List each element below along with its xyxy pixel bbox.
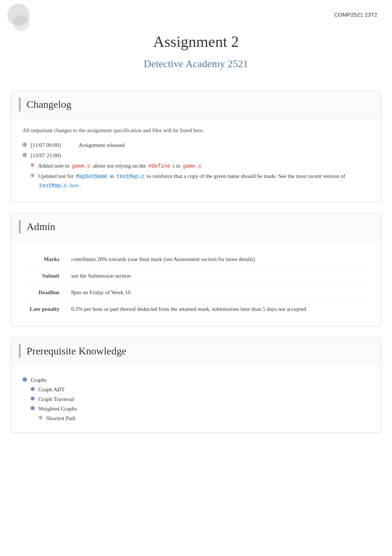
admin-value-marks: contributes 20% towards your final mark … — [67, 251, 369, 268]
admin-content: Marks contributes 20% towards your final… — [11, 241, 381, 326]
here-link[interactable]: here — [69, 182, 79, 188]
changelog-header: Changelog — [11, 91, 381, 119]
admin-value-submit: see the Submission section — [67, 267, 369, 284]
prereq-section: Prerequisite Knowledge Graphs Graph ADT … — [11, 337, 381, 433]
changelog-entry-1: [11/07 09:00] Assignment released — [23, 141, 369, 150]
changelog-content: All important changes to the assignment … — [11, 119, 381, 202]
admin-label-deadline: Deadline — [23, 284, 67, 301]
prereq-traversal: Graph Traversal — [31, 395, 369, 404]
changelog-subitem-2: Updated test for MapSetName in testMap.c… — [31, 172, 369, 190]
admin-label-submit: Submit — [23, 267, 67, 284]
admin-label-latepenalty: Late penalty — [23, 301, 67, 317]
admin-title: Admin — [27, 219, 55, 235]
changelog-intro: All important changes to the assignment … — [23, 126, 369, 135]
prereq-accent-bar — [19, 344, 21, 358]
prereq-bullet-graphs — [23, 377, 27, 382]
changelog-bullet-2 — [23, 153, 27, 157]
admin-row-marks: Marks contributes 20% towards your final… — [23, 251, 369, 268]
admin-header: Admin — [11, 213, 381, 241]
prereq-shortest: Shortest Path — [39, 414, 369, 423]
admin-row-deadline: Deadline 8pm on Friday of Week 10 — [23, 284, 369, 301]
changelog-desc-1: Assignment released — [79, 141, 125, 150]
admin-section: Admin Marks contributes 20% towards your… — [11, 213, 381, 326]
logo-area — [7, 4, 41, 33]
changelog-entry-2: [13/07 21:00] Added note to game.c about… — [23, 151, 369, 191]
changelog-section: Changelog All important changes to the a… — [11, 91, 381, 202]
changelog-subbullet-1 — [31, 163, 34, 167]
admin-value-deadline: 8pm on Friday of Week 10 — [67, 284, 369, 301]
code-gamec-1: game.c — [71, 163, 92, 169]
changelog-sublist: Added note to game.c about not relying o… — [31, 161, 369, 191]
changelog-subbullet-2 — [31, 174, 34, 177]
code-testmapc-1: testMap.c — [116, 174, 146, 179]
changelog-bullet-1 — [23, 143, 27, 147]
page: COMP2521 23T2 Assignment 2 Detective Aca… — [0, 0, 392, 556]
prereq-weighted: Weighted Graphs — [31, 404, 369, 413]
page-header: Assignment 2 Detective Academy 2521 — [0, 0, 392, 83]
admin-table: Marks contributes 20% towards your final… — [23, 251, 369, 317]
logo-circle-2 — [13, 15, 30, 31]
prereq-header: Prerequisite Knowledge — [11, 338, 381, 365]
prereq-label-weighted: Weighted Graphs — [38, 404, 77, 413]
page-subtitle: Detective Academy 2521 — [0, 56, 392, 72]
admin-accent-bar — [19, 220, 21, 234]
changelog-accent-bar — [19, 97, 21, 111]
code-define: #define — [147, 163, 171, 169]
admin-value-latepenalty: 0.2% per hour or part thereof deducted f… — [67, 301, 369, 317]
changelog-timestamp-2: [13/07 21:00] — [31, 151, 79, 160]
code-mapsetname: MapSetName — [75, 174, 108, 179]
prereq-label-graphs: Graphs — [31, 375, 47, 384]
prereq-label-traversal: Graph Traversal — [38, 395, 74, 404]
prereq-bullet-weighted — [31, 406, 35, 410]
prereq-bullet-graphadt — [31, 387, 35, 391]
prereq-title: Prerequisite Knowledge — [27, 343, 126, 360]
page-title: Assignment 2 — [0, 30, 392, 54]
admin-label-marks: Marks — [23, 251, 67, 268]
prereq-label-graphadt: Graph ADT — [38, 385, 65, 394]
admin-row-submit: Submit see the Submission section — [23, 267, 369, 284]
code-testmapc-2: testMap.c — [38, 183, 68, 189]
prereq-list: Graphs Graph ADT Graph Traversal Weighte… — [23, 375, 369, 423]
prereq-bullet-shortest — [39, 416, 42, 419]
changelog-subtext-1: Added note to game.c about not relying o… — [38, 161, 203, 170]
prereq-bullet-traversal — [31, 397, 35, 401]
prereq-content: Graphs Graph ADT Graph Traversal Weighte… — [11, 365, 381, 432]
prereq-graphadt: Graph ADT — [31, 385, 369, 394]
admin-row-latepenalty: Late penalty 0.2% per hour or part there… — [23, 301, 369, 317]
code-gamec-2: game.c — [182, 163, 203, 169]
course-label: COMP2521 23T2 — [334, 10, 377, 19]
prereq-graphs: Graphs — [23, 375, 369, 384]
changelog-list: [11/07 09:00] Assignment released [13/07… — [23, 141, 369, 191]
changelog-timestamp-1: [11/07 09:00] — [31, 141, 79, 150]
changelog-subitem-1: Added note to game.c about not relying o… — [31, 161, 369, 170]
prereq-label-shortest: Shortest Path — [46, 414, 76, 423]
changelog-title: Changelog — [27, 96, 71, 113]
changelog-subtext-2: Updated test for MapSetName in testMap.c… — [38, 172, 369, 190]
